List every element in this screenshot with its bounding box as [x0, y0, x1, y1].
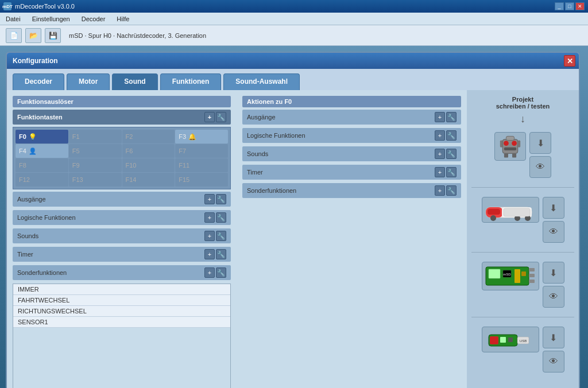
left-sonder-add[interactable]: +: [204, 267, 215, 278]
train-icon: [483, 199, 537, 222]
func-F8[interactable]: F8: [16, 158, 68, 172]
arrow-down-icon: ↓: [520, 113, 525, 125]
list-item-immer[interactable]: IMMER: [13, 284, 230, 295]
right-timer-edit[interactable]: 🔧: [446, 167, 457, 177]
func-F12[interactable]: F12: [16, 173, 68, 187]
func-F3[interactable]: F3 🔔: [175, 130, 228, 143]
menu-einstellungen[interactable]: Einstellungen: [30, 14, 72, 24]
usb-download-button[interactable]: ⬇: [543, 327, 564, 348]
tab-motor[interactable]: Motor: [67, 73, 110, 90]
board-section: mSD ⬇ 👁: [471, 262, 574, 308]
list-item-fahrtwechsel[interactable]: FAHRTWECHSEL: [13, 295, 230, 306]
board-view-button[interactable]: 👁: [543, 286, 564, 308]
minimize-button[interactable]: _: [555, 2, 564, 10]
aktionen-header: Aktionen zu F0: [242, 96, 461, 107]
train-view-button[interactable]: 👁: [543, 221, 564, 243]
new-button[interactable]: 📄: [6, 28, 22, 43]
robot-device[interactable]: [494, 132, 526, 161]
robot-view-button[interactable]: 👁: [529, 156, 551, 178]
func-F10[interactable]: F10: [122, 158, 175, 172]
func-F14[interactable]: F14: [122, 173, 175, 187]
svg-rect-18: [489, 269, 500, 278]
right-sonder-add[interactable]: +: [435, 185, 445, 196]
left-sounds-edit[interactable]: 🔧: [216, 231, 226, 241]
project-sidebar: Projektschreiben / testen ↓: [467, 90, 579, 388]
left-logische-label: Logische Funktionen: [17, 214, 204, 221]
funktionsausloeser-label: Funktionsauslöser: [17, 98, 226, 105]
func-F2[interactable]: F2: [122, 130, 175, 143]
save-button[interactable]: 💾: [45, 28, 61, 43]
left-ausgaenge-edit[interactable]: 🔧: [216, 194, 226, 204]
usb-device[interactable]: USB: [482, 327, 539, 352]
funktionsausloeser-header: Funktionsauslöser: [13, 96, 231, 107]
left-sonder-label: Sonderfunktionen: [17, 269, 204, 276]
func-F15[interactable]: F15: [175, 173, 228, 187]
right-timer-add[interactable]: +: [435, 167, 445, 177]
func-F1[interactable]: F1: [69, 130, 122, 143]
right-logische-edit[interactable]: 🔧: [446, 130, 457, 141]
right-sounds-label: Sounds: [247, 150, 435, 157]
divider-1: [471, 187, 574, 188]
menu-decoder[interactable]: Decoder: [79, 14, 108, 24]
func-F4[interactable]: F4 👤: [16, 144, 68, 158]
funktionstasten-edit-button[interactable]: 🔧: [216, 112, 226, 122]
right-ausgaenge-row: Ausgänge + 🔧: [242, 110, 461, 125]
board-download-button[interactable]: ⬇: [543, 262, 564, 284]
list-items: IMMER FAHRTWECHSEL RICHTUNGSWECHSEL SENS…: [13, 284, 231, 388]
right-sonder-row: Sonderfunktionen + 🔧: [242, 183, 461, 198]
func-F13[interactable]: F13: [69, 173, 122, 187]
left-sonder-edit[interactable]: 🔧: [216, 267, 226, 278]
right-sounds-edit[interactable]: 🔧: [446, 149, 457, 159]
right-ausgaenge-edit[interactable]: 🔧: [446, 112, 457, 122]
left-logische-edit[interactable]: 🔧: [216, 212, 226, 223]
dialog-close-button[interactable]: ✕: [564, 55, 575, 67]
right-logische-add[interactable]: +: [435, 130, 445, 141]
board-device[interactable]: mSD: [482, 262, 539, 290]
func-F7[interactable]: F7: [175, 144, 228, 158]
svg-point-1: [504, 141, 509, 146]
svg-rect-28: [490, 336, 498, 344]
app-icon: mDT: [3, 2, 11, 10]
left-ausgaenge-add[interactable]: +: [204, 194, 215, 204]
left-timer-label: Timer: [17, 251, 204, 258]
func-F5[interactable]: F5: [69, 144, 122, 158]
svg-rect-3: [504, 148, 516, 150]
robot-download-button[interactable]: ⬇: [529, 132, 551, 154]
tab-decoder[interactable]: Decoder: [13, 73, 64, 90]
right-sonder-edit[interactable]: 🔧: [446, 185, 457, 196]
tab-funktionen[interactable]: Funktionen: [160, 73, 222, 90]
close-button[interactable]: ✕: [575, 2, 585, 10]
right-ausgaenge-add[interactable]: +: [435, 112, 445, 122]
list-item-richtungswechsel[interactable]: RICHTUNGSWECHSEL: [13, 306, 230, 317]
robot-icon: [495, 133, 525, 160]
train-device[interactable]: [482, 197, 539, 223]
menu-datei[interactable]: Datei: [3, 14, 23, 24]
svg-rect-4: [500, 140, 502, 147]
svg-rect-16: [504, 208, 530, 216]
left-ausgaenge-label: Ausgänge: [17, 196, 204, 203]
tab-sound-auswahl[interactable]: Sound-Auswahl: [223, 73, 300, 90]
left-timer-edit[interactable]: 🔧: [216, 249, 226, 259]
open-button[interactable]: 📂: [25, 28, 41, 43]
usb-view-button[interactable]: 👁: [543, 351, 564, 373]
funktionstasten-add-button[interactable]: +: [204, 112, 215, 122]
train-download-button[interactable]: ⬇: [543, 197, 564, 219]
func-F11[interactable]: F11: [175, 158, 228, 172]
list-item-sensor1[interactable]: SENSOR1: [13, 317, 230, 328]
menu-hilfe[interactable]: Hilfe: [114, 14, 131, 24]
func-F0[interactable]: F0 💡: [16, 130, 68, 143]
maximize-button[interactable]: □: [565, 2, 574, 10]
func-F9[interactable]: F9: [69, 158, 122, 172]
divider-2: [471, 252, 574, 253]
right-logische-row: Logische Funktionen + 🔧: [242, 128, 461, 143]
right-sounds-add[interactable]: +: [435, 149, 445, 159]
left-timer-add[interactable]: +: [204, 249, 215, 259]
tab-sound[interactable]: Sound: [112, 73, 157, 90]
func-F6[interactable]: F6: [122, 144, 175, 158]
left-sounds-add[interactable]: +: [204, 231, 215, 241]
svg-rect-24: [529, 274, 535, 277]
left-logische-add[interactable]: +: [204, 212, 215, 223]
usb-section: USB ⬇ 👁: [471, 327, 574, 373]
left-sonder-row: Sonderfunktionen + 🔧: [13, 265, 231, 280]
svg-point-12: [490, 215, 496, 221]
